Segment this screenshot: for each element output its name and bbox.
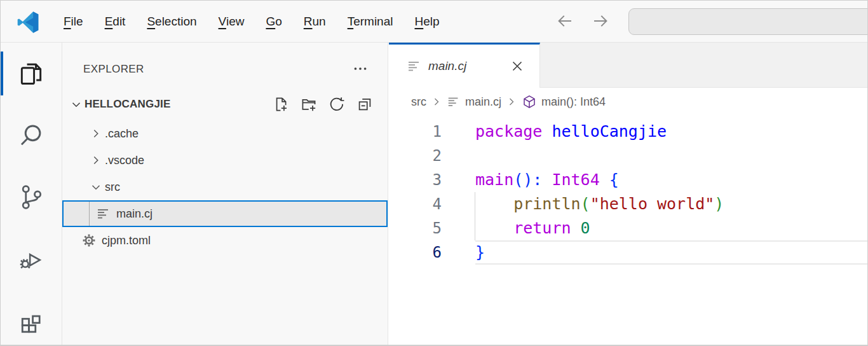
line-number[interactable]: 1 <box>389 120 442 144</box>
section-actions <box>272 95 374 113</box>
indent-guide <box>475 192 475 216</box>
menu-help[interactable]: Help <box>403 11 450 32</box>
tree-item-main-cj[interactable]: main.cj <box>62 200 388 227</box>
activitybar-search[interactable] <box>1 104 62 166</box>
explorer-sidebar: EXPLORER HELLOCANGJIE .cache.vscodesrcma… <box>62 43 388 345</box>
chevron-right-icon <box>505 95 518 108</box>
chevron-down-icon <box>69 97 83 111</box>
vscode-window: FileEditSelectionViewGoRunTerminalHelp E… <box>0 0 868 346</box>
activitybar-source-control[interactable] <box>1 166 62 228</box>
code-line-2[interactable]: 2 <box>389 144 867 168</box>
line-number[interactable]: 6 <box>389 240 442 265</box>
indent-guide <box>89 202 90 226</box>
tree-item--cache[interactable]: .cache <box>62 120 388 147</box>
tab-strip: main.cj <box>389 43 867 88</box>
code-line-6[interactable]: 6} <box>389 240 867 265</box>
tree-item-label: src <box>105 181 120 194</box>
code-line-text[interactable]: main(): Int64 { <box>475 168 867 192</box>
code-line-text[interactable]: println("hello world") <box>475 192 867 216</box>
breadcrumb: src main.cj main(): Int64 <box>389 88 867 116</box>
command-center-search[interactable] <box>628 8 867 35</box>
file-lines-icon <box>407 59 422 74</box>
line-number[interactable]: 4 <box>389 192 442 216</box>
breadcrumb-folder[interactable]: src <box>411 95 426 109</box>
tree-item-src[interactable]: src <box>62 174 388 200</box>
tree-item-label: .vscode <box>105 154 144 167</box>
file-lines-icon <box>447 95 461 109</box>
symbol-method-icon <box>522 94 537 109</box>
line-number[interactable]: 2 <box>389 144 442 168</box>
breadcrumb-file[interactable]: main.cj <box>465 95 501 109</box>
code-line-text[interactable]: return 0 <box>475 216 867 240</box>
menu-selection[interactable]: Selection <box>136 11 207 32</box>
section-name: HELLOCANGJIE <box>85 98 171 111</box>
gear-icon <box>81 233 97 248</box>
close-tab-icon[interactable] <box>509 58 526 74</box>
activity-bar <box>1 43 62 345</box>
menu-run[interactable]: Run <box>293 11 337 32</box>
tree-item-label: cjpm.toml <box>102 234 151 247</box>
tree-item-label: main.cj <box>116 207 153 221</box>
chevron-right-icon <box>430 95 443 108</box>
code-line-text[interactable]: } <box>475 240 867 265</box>
chevron-down-icon <box>89 180 103 194</box>
collapse-all-icon[interactable] <box>356 95 374 113</box>
file-tree: .cache.vscodesrcmain.cjcjpm.toml <box>62 120 388 254</box>
tree-item-label: .cache <box>105 127 139 141</box>
new-file-icon[interactable] <box>272 95 290 113</box>
menu-edit[interactable]: Edit <box>94 11 137 32</box>
tab-strip-filler <box>540 43 867 88</box>
go-back-icon[interactable] <box>553 10 576 32</box>
vscode-logo-icon <box>17 11 39 33</box>
debug-icon <box>17 245 45 273</box>
git-branch-icon <box>17 183 45 211</box>
tree-item--vscode[interactable]: .vscode <box>62 147 388 174</box>
breadcrumb-symbol[interactable]: main(): Int64 <box>541 95 606 109</box>
code-line-4[interactable]: 4 println("hello world") <box>389 192 867 216</box>
code-line-1[interactable]: 1package helloCangjie <box>389 120 867 144</box>
line-number[interactable]: 3 <box>389 168 442 192</box>
file-lines-icon <box>96 206 111 221</box>
code-line-text[interactable] <box>475 144 867 168</box>
code-line-5[interactable]: 5 return 0 <box>389 216 867 240</box>
tree-item-cjpm-toml[interactable]: cjpm.toml <box>62 227 388 254</box>
activitybar-explorer[interactable] <box>1 43 62 104</box>
extensions-icon <box>17 307 45 335</box>
sidebar-header: EXPLORER <box>62 58 388 81</box>
code-editor[interactable]: 1package helloCangjie23main(): Int64 {4 … <box>389 116 867 345</box>
tab-main-cj[interactable]: main.cj <box>389 43 540 88</box>
tab-label: main.cj <box>428 59 466 73</box>
code-line-text[interactable]: package helloCangjie <box>475 120 867 144</box>
refresh-icon[interactable] <box>328 95 346 113</box>
sidebar-title: EXPLORER <box>83 63 144 76</box>
menu-bar: FileEditSelectionViewGoRunTerminalHelp <box>53 1 451 43</box>
code-line-3[interactable]: 3main(): Int64 { <box>389 168 867 192</box>
new-folder-icon[interactable] <box>300 95 318 113</box>
search-icon <box>17 121 45 149</box>
activitybar-run-and-debug[interactable] <box>1 228 62 289</box>
more-actions-icon[interactable] <box>351 59 370 78</box>
editor-group: main.cj src main.cj <box>389 43 867 345</box>
line-number[interactable]: 5 <box>389 216 442 240</box>
files-icon <box>17 60 45 88</box>
folder-section-header[interactable]: HELLOCANGJIE <box>62 91 388 118</box>
chevron-right-icon <box>89 127 103 141</box>
menu-terminal[interactable]: Terminal <box>337 11 404 32</box>
menu-go[interactable]: Go <box>255 11 292 32</box>
history-nav <box>553 10 612 32</box>
go-forward-icon[interactable] <box>589 10 612 32</box>
activitybar-extensions[interactable] <box>1 289 62 346</box>
chevron-right-icon <box>89 153 103 167</box>
menu-view[interactable]: View <box>208 11 255 32</box>
menu-file[interactable]: File <box>53 11 94 32</box>
indent-guide <box>475 216 475 240</box>
title-bar: FileEditSelectionViewGoRunTerminalHelp <box>1 1 867 43</box>
